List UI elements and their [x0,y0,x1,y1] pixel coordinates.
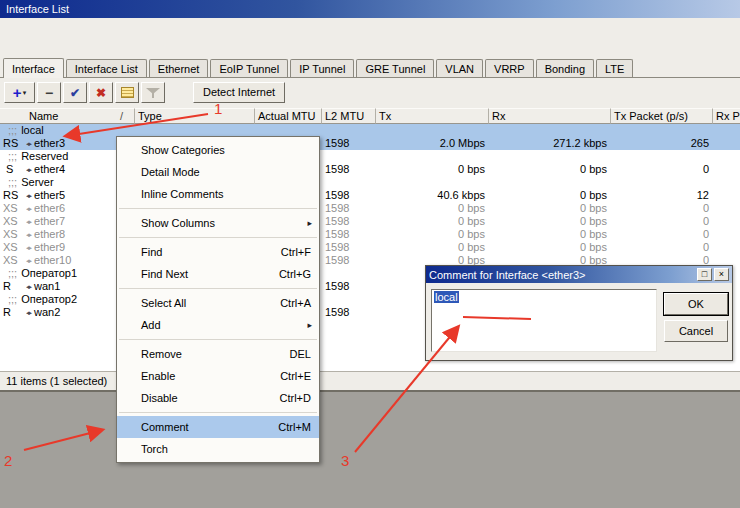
menu-item-add[interactable]: Add▸ [117,314,319,336]
menu-separator [119,237,317,238]
interface-icon: ◂▸ [26,241,31,254]
tab-lte[interactable]: LTE [596,59,633,77]
cell-tx: 2.0 Mbps [376,137,489,150]
menu-item-torch[interactable]: Torch [117,438,319,460]
interface-row-ether8[interactable]: XS◂▸ether815980 bps0 bps0 [0,228,740,241]
menu-item-comment[interactable]: CommentCtrl+M [117,416,319,438]
cancel-button[interactable]: Cancel [664,320,728,342]
column-header-tx-packet[interactable]: Tx Packet (p/s) [611,108,713,124]
dialog-close-button[interactable]: × [714,268,729,281]
menu-item-inline-comments[interactable]: Inline Comments [117,183,319,205]
menu-item-detail-mode[interactable]: Detail Mode [117,161,319,183]
menu-item-show-categories[interactable]: Show Categories [117,139,319,161]
comment-row-server[interactable]: ;;;Server [0,176,740,189]
window-title: Interface List [6,3,69,15]
dialog-title: Comment for Interface <ether3> [429,269,695,281]
column-header-tx[interactable]: Tx [376,108,489,124]
dialog-maximize-button[interactable]: □ [697,268,712,281]
tab-bonding[interactable]: Bonding [536,59,594,77]
disable-button[interactable]: ✖ [89,82,113,103]
tab-label: Interface List [75,63,138,75]
remove-button[interactable]: − [37,82,61,103]
comment-text: Оператор2 [21,293,77,306]
interface-icon: ◂▸ [26,163,31,176]
menu-shortcut: Ctrl+D [280,392,311,404]
column-header-actual-mtu[interactable]: Actual MTU [255,108,322,124]
menu-item-disable[interactable]: DisableCtrl+D [117,387,319,409]
interface-row-ether5[interactable]: RS◂▸ether5159840.6 kbps0 bps12 [0,189,740,202]
column-header-l2-mtu[interactable]: L2 MTU [322,108,376,124]
tab-label: EoIP Tunnel [219,63,279,75]
row-flags: XS [0,228,26,241]
cell-l2-mtu: 1598 [322,202,376,215]
column-label: Name [29,110,58,122]
comment-button[interactable] [115,82,139,103]
tab-vrrp[interactable]: VRRP [485,59,534,77]
comment-textarea[interactable]: local [431,289,657,352]
ok-button[interactable]: OK [664,293,728,315]
menu-item-enable[interactable]: EnableCtrl+E [117,365,319,387]
tab-ethernet[interactable]: Ethernet [149,59,209,77]
menu-item-label: Find [141,246,269,258]
remove-minus-icon: − [45,86,53,100]
column-label: Type [138,110,162,122]
menu-item-find[interactable]: FindCtrl+F [117,241,319,263]
column-label: Actual MTU [258,110,315,122]
column-header-rx-packet[interactable]: Rx P [713,108,740,124]
menu-item-find-next[interactable]: Find NextCtrl+G [117,263,319,285]
tab-ip-tunnel[interactable]: IP Tunnel [290,59,354,77]
interface-row-ether3[interactable]: RS◂▸ether315982.0 Mbps271.2 kbps265 [0,137,740,150]
row-flags: XS [0,254,26,267]
tab-interface-list[interactable]: Interface List [66,59,147,77]
menu-shortcut: DEL [290,348,311,360]
cell-rx-packet [713,202,740,215]
cell-tx: 0 bps [376,241,489,254]
cell-l2-mtu: 1598 [322,189,376,202]
tab-interface[interactable]: Interface [3,58,64,77]
menu-item-remove[interactable]: RemoveDEL [117,343,319,365]
menu-item-select-all[interactable]: Select AllCtrl+A [117,292,319,314]
interface-row-ether7[interactable]: XS◂▸ether715980 bps0 bps0 [0,215,740,228]
cell-rx-packet [713,228,740,241]
comment-row-reserved[interactable]: ;;;Reserved [0,150,740,163]
comment-prefix: ;;; [8,267,17,280]
detect-internet-button[interactable]: Detect Internet [193,82,285,103]
cell-rx: 0 bps [489,241,611,254]
column-header-rx[interactable]: Rx [489,108,611,124]
window-titlebar[interactable]: Interface List [0,0,740,18]
interface-row-ether4[interactable]: S◂▸ether415980 bps0 bps0 [0,163,740,176]
interface-row-ether9[interactable]: XS◂▸ether915980 bps0 bps0 [0,241,740,254]
add-button[interactable]: + ▾ [4,82,35,103]
enable-button[interactable]: ✔ [63,82,87,103]
interface-row-ether6[interactable]: XS◂▸ether615980 bps0 bps0 [0,202,740,215]
column-header-name[interactable]: Name/ [0,108,135,124]
menu-item-label: Add [141,319,311,331]
annotation-label-2: 2 [4,452,12,469]
menu-item-label: Select All [141,297,268,309]
menu-item-show-columns[interactable]: Show Columns▸ [117,212,319,234]
row-flags: XS [0,215,26,228]
interface-name: ether5 [34,189,65,202]
row-flags: XS [0,241,26,254]
tab-vlan[interactable]: VLAN [436,59,483,77]
tab-eoip-tunnel[interactable]: EoIP Tunnel [210,59,288,77]
cell-rx: 0 bps [489,189,611,202]
cell-rx: 271.2 kbps [489,137,611,150]
tab-label: LTE [605,63,624,75]
column-header-type[interactable]: Type [135,108,255,124]
cell-l2-mtu: 1598 [322,215,376,228]
interface-name: ether10 [34,254,71,267]
cell-rx-packet [713,215,740,228]
column-label: Rx [492,110,505,122]
menu-item-label: Torch [141,443,311,455]
cell-rx: 0 bps [489,228,611,241]
interface-name: ether8 [34,228,65,241]
annotation-label-3: 3 [341,452,349,469]
cell-tx: 0 bps [376,202,489,215]
menu-item-label: Show Columns [141,217,311,229]
dialog-titlebar[interactable]: Comment for Interface <ether3> □ × [426,266,732,283]
interface-name: ether9 [34,241,65,254]
comment-row-local[interactable]: ;;;local [0,124,740,137]
tab-gre-tunnel[interactable]: GRE Tunnel [356,59,434,77]
filter-button[interactable] [141,82,165,103]
